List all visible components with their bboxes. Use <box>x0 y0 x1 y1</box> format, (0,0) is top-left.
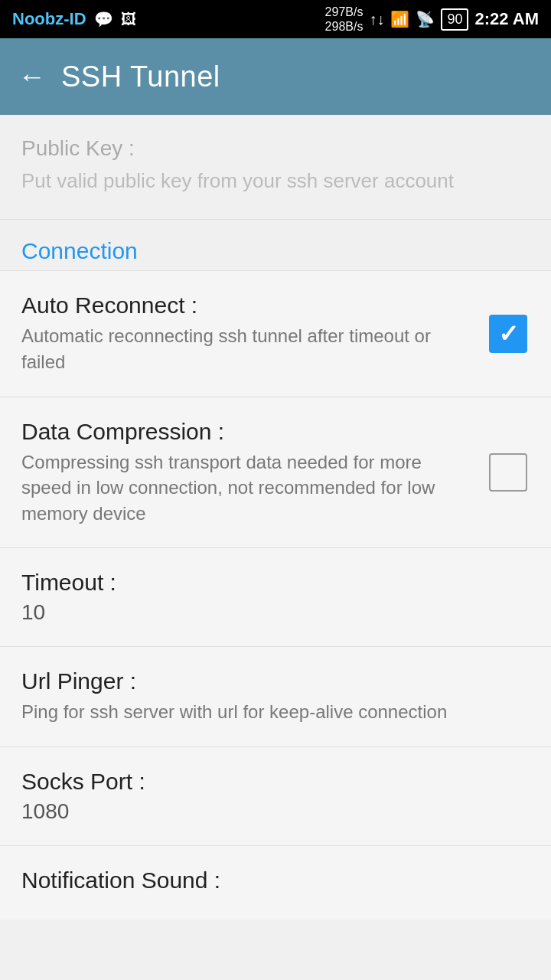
timeout-value: 10 <box>21 600 530 625</box>
settings-list: Auto Reconnect : Automatic reconnecting … <box>0 270 551 920</box>
notification-sound-row[interactable]: Notification Sound : <box>0 845 551 920</box>
upload-icon: ↑↓ <box>369 11 384 28</box>
status-bar: Noobz-ID 💬 🖼 297B/s 298B/s ↑↓ 📶 📡 90 2:2… <box>0 0 551 38</box>
status-time: 2:22 AM <box>474 9 539 29</box>
gallery-icon: 🖼 <box>121 11 136 28</box>
url-pinger-desc: Ping for ssh server with url for keep-al… <box>21 699 530 725</box>
auto-reconnect-checkbox[interactable] <box>487 312 530 355</box>
battery-icon: 90 <box>441 8 468 31</box>
messenger-icon: 💬 <box>94 10 113 28</box>
url-pinger-row[interactable]: Url Pinger : Ping for ssh server with ur… <box>0 646 551 746</box>
auto-reconnect-content: Auto Reconnect : Automatic reconnecting … <box>21 292 487 374</box>
status-bar-right: 297B/s 298B/s ↑↓ 📶 📡 90 2:22 AM <box>325 5 539 34</box>
data-up: 297B/s <box>325 5 364 19</box>
auto-reconnect-desc: Automatic reconnecting ssh tunnel after … <box>21 323 471 374</box>
back-button[interactable]: ← <box>18 60 46 93</box>
socks-port-title: Socks Port : <box>21 769 530 795</box>
public-key-placeholder: Put valid public key from your ssh serve… <box>21 167 530 194</box>
content: Public Key : Put valid public key from y… <box>0 115 551 920</box>
timeout-title: Timeout : <box>21 570 530 596</box>
wifi-icon: 📶 <box>390 10 409 28</box>
data-compression-desc: Compressing ssh transport data needed fo… <box>21 449 471 527</box>
toolbar: ← SSH Tunnel <box>0 38 551 115</box>
status-bar-left: Noobz-ID 💬 🖼 <box>12 9 136 29</box>
auto-reconnect-title: Auto Reconnect : <box>21 292 471 318</box>
connection-section-header: Connection <box>0 220 551 270</box>
auto-reconnect-row[interactable]: Auto Reconnect : Automatic reconnecting … <box>0 270 551 396</box>
data-compression-content: Data Compression : Compressing ssh trans… <box>21 419 487 527</box>
checkbox-checked-icon[interactable] <box>489 315 527 353</box>
app-name: Noobz-ID <box>12 9 86 29</box>
data-compression-title: Data Compression : <box>21 419 471 445</box>
public-key-section[interactable]: Public Key : Put valid public key from y… <box>0 115 551 220</box>
data-compression-checkbox[interactable] <box>487 451 530 494</box>
public-key-label: Public Key : <box>21 136 530 161</box>
timeout-row[interactable]: Timeout : 10 <box>0 547 551 646</box>
data-down: 298B/s <box>325 19 364 34</box>
data-speed: 297B/s 298B/s <box>325 5 364 34</box>
signal-icon: 📡 <box>416 10 435 28</box>
socks-port-value: 1080 <box>21 799 530 824</box>
data-compression-row[interactable]: Data Compression : Compressing ssh trans… <box>0 397 551 548</box>
socks-port-row[interactable]: Socks Port : 1080 <box>0 746 551 845</box>
toolbar-title: SSH Tunnel <box>61 60 220 93</box>
notification-sound-title: Notification Sound : <box>21 867 530 893</box>
checkbox-unchecked-icon[interactable] <box>489 453 527 492</box>
connection-header-text: Connection <box>21 238 138 263</box>
url-pinger-title: Url Pinger : <box>21 668 530 694</box>
